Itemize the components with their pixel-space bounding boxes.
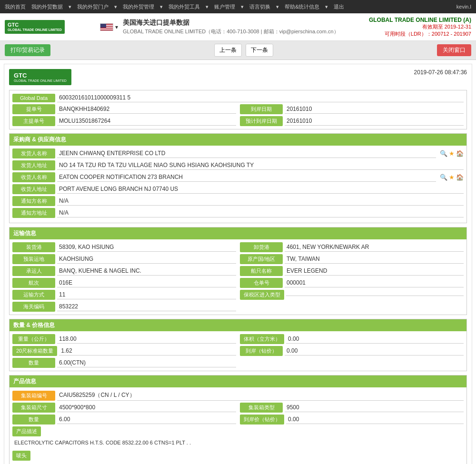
voyage-row: 航次 016E 仓单号 000001 [12, 278, 464, 288]
shipper-address-value: NO 14 TA TZU RD TA TZU VILLAGE NIAO SUNG… [57, 161, 464, 170]
print-button[interactable]: 打印贸易记录 [5, 44, 50, 56]
nav-buttons: 上一条 下一条 [213, 44, 274, 57]
star-icon-consignee[interactable]: ★ [449, 174, 455, 181]
shipping-body: 装货港 58309, KAO HSIUNG 卸货港 4601, NEW YORK… [10, 239, 466, 315]
volume-value: 0.00 [286, 335, 464, 344]
valid-until: 有效期至 2019-12-31 [369, 23, 471, 30]
notify-address-row: 通知方地址 N/A [12, 208, 464, 218]
notify-name-value: N/A [57, 197, 464, 206]
dao-gang-label: 到岸日期 [240, 104, 283, 114]
origin-country-label: 原产国/地区 [240, 254, 283, 264]
prev-button[interactable]: 上一条 [214, 44, 242, 57]
search-icon-shipper[interactable]: 🔍 [440, 150, 447, 157]
flag-dropdown-arrow[interactable]: ▾ [115, 24, 118, 30]
nav-logout[interactable]: 退出 [334, 3, 344, 10]
us-flag [100, 23, 113, 31]
consignee-address-value: PORT AVENUE LONG BRANCH NJ 07740 US [57, 185, 464, 194]
marks-label: 唛头 [12, 451, 30, 461]
qty-price-body: 重量（公斤） 118.00 体积（立方米） 0.00 20尺标准箱数量 1.62… [10, 331, 466, 371]
ti-dan-row: 提单号 BANQKHH1840692 [12, 104, 236, 114]
buyer-supplier-header: 采购商 & 供应商信息 [10, 134, 466, 146]
container-price-row: 20尺标准箱数量 1.62 到岸（钻价） 0.00 [12, 346, 464, 356]
shipping-header: 运输信息 [10, 227, 466, 239]
load-port-value: 58309, KAO HSIUNG [57, 243, 236, 252]
customs-row: 海关编码 853222 [12, 302, 464, 312]
doc-logo-subtext: GLOBAL TRADE ONLINE LIMITED [14, 79, 67, 82]
product-desc-label: 产品描述 [12, 426, 41, 436]
bonded-value [286, 294, 464, 296]
nav-trade-manage[interactable]: 我的外贸管理 [123, 3, 154, 10]
page-subtitle: GLOBAL TRADE ONLINE LIMITED（电话：400-710-3… [123, 28, 369, 35]
shipper-name-row: 发货人名称 JEENN CHWANQ ENTERPRISE CO LTD 🔍 ★… [12, 148, 464, 158]
qty-value: 6.00(CTN) [57, 358, 236, 367]
next-button[interactable]: 下一条 [246, 44, 273, 57]
dock-price-value: 0.00 [285, 346, 464, 355]
title-area: 美国海关进口提单数据 GLOBAL TRADE ONLINE LIMITED（电… [123, 19, 369, 35]
nav-account[interactable]: 账户管理 [214, 3, 235, 10]
customs-value: 853222 [57, 302, 236, 311]
unload-port-value: 4601, NEW YORK/NEWARK AR [285, 243, 464, 252]
nav-home[interactable]: 我的首页 [5, 3, 26, 10]
product-price-label: 到岸价（钻价） [240, 415, 284, 425]
container-id-label: 集装箱编号 [12, 391, 55, 401]
yu-dao-gang-value: 20161010 [285, 117, 464, 126]
unload-port-label: 卸货港 [240, 242, 283, 252]
document-wrapper: GTC GLOBAL TRADE ONLINE LIMITED 2019-07-… [4, 64, 472, 464]
customs-label: 海关编码 [12, 302, 55, 312]
dao-gang-value: 20161010 [285, 105, 464, 114]
weight-label: 重量（公斤） [12, 334, 55, 344]
weight-vol-row: 重量（公斤） 118.00 体积（立方米） 0.00 [12, 334, 464, 344]
vessel-col: 船只名称 EVER LEGEND [240, 266, 464, 276]
marks-section: 唛头 WHEELOCK (IN DIA) C NO.1-6 MADE IN TA… [12, 449, 464, 464]
product-section: 产品信息 集装箱编号 CAIU5825259（CN / L / CY） 集装箱尺… [9, 375, 467, 464]
logo-text-1: GTC [8, 22, 62, 28]
origin-row: 预装运地 KAOHSIUNG 原产国/地区 TW, TAIWAN [12, 254, 464, 264]
carrier-label: 承运人 [12, 266, 55, 276]
notify-name-label: 通知方名称 [12, 196, 55, 206]
container-size-label: 集装箱尺寸 [12, 403, 55, 413]
logo-area: GTC GLOBAL TRADE ONLINE LIMITED [5, 20, 100, 34]
search-icon-consignee[interactable]: 🔍 [440, 174, 447, 181]
origin-country-col: 原产国/地区 TW, TAIWAN [240, 254, 464, 264]
vessel-value: EVER LEGEND [285, 267, 464, 276]
consignee-name-label: 收货人名称 [12, 172, 55, 182]
doc-logo: GTC GLOBAL TRADE ONLINE LIMITED [9, 69, 71, 85]
nav-trade-portal[interactable]: 我的外贸门户 [77, 3, 109, 10]
nav-language[interactable]: 语言切换 [249, 3, 270, 10]
product-qty-label: 数量 [12, 415, 55, 425]
product-header: 产品信息 [10, 375, 466, 387]
carrier-value: BANQ, KUEHNE & NAGEL INC. [57, 267, 236, 276]
home-icon-consignee[interactable]: 🏠 [456, 174, 464, 181]
zhu-dan-row: 主提单号 MOLU13501867264 [12, 116, 236, 126]
ldr-info: 可用时段（LDR）：200712 - 201907 [369, 30, 471, 38]
home-icon-shipper[interactable]: 🏠 [456, 150, 464, 157]
container-type-label: 集装箱类型 [240, 403, 283, 413]
main-bill-rows: 主提单号 MOLU13501867264 预计到岸日期 20161010 [12, 116, 464, 126]
qty-price-section: 数量 & 价格信息 重量（公斤） 118.00 体积（立方米） 0.00 20尺… [9, 319, 467, 371]
nav-trade-tools[interactable]: 我的外贸工具 [169, 3, 200, 10]
product-qty-value: 6.00 [57, 415, 236, 424]
nav-trade-data[interactable]: 我的外贸数据 [31, 3, 63, 10]
logo: GTC GLOBAL TRADE ONLINE LIMITED [5, 20, 65, 34]
shipper-address-label: 发货人地址 [12, 160, 55, 170]
warehouse-col: 仓单号 000001 [240, 278, 464, 288]
container-size-type-row: 集装箱尺寸 4500*900*800 集装箱类型 9500 [12, 403, 464, 413]
nav-help[interactable]: 帮助&统计信息 [285, 3, 319, 10]
consignee-address-row: 收货人地址 PORT AVENUE LONG BRANCH NJ 07740 U… [12, 184, 464, 194]
close-button[interactable]: 关闭窗口 [437, 44, 471, 56]
buyer-supplier-body: 发货人名称 JEENN CHWANQ ENTERPRISE CO LTD 🔍 ★… [10, 146, 466, 223]
doc-logo-text: GTC [14, 72, 67, 79]
notify-name-row: 通知方名称 N/A [12, 196, 464, 206]
ti-dan-label: 提单号 [12, 104, 55, 114]
product-price-value: 0.00 [286, 415, 464, 424]
shipper-address-row: 发货人地址 NO 14 TA TZU RD TA TZU VILLAGE NIA… [12, 160, 464, 170]
qty-empty-col [240, 358, 464, 368]
unload-port-col: 卸货港 4601, NEW YORK/NEWARK AR [240, 242, 464, 252]
star-icon-shipper[interactable]: ★ [449, 150, 455, 157]
notify-address-value: N/A [57, 208, 464, 217]
global-data-label: Global Data [12, 94, 55, 102]
qty-price-header: 数量 & 价格信息 [10, 319, 466, 331]
transport-mode-label: 运输方式 [12, 290, 55, 300]
header: GTC GLOBAL TRADE ONLINE LIMITED ▾ 美国海关进口… [0, 13, 476, 41]
volume-label: 体积（立方米） [240, 334, 284, 344]
